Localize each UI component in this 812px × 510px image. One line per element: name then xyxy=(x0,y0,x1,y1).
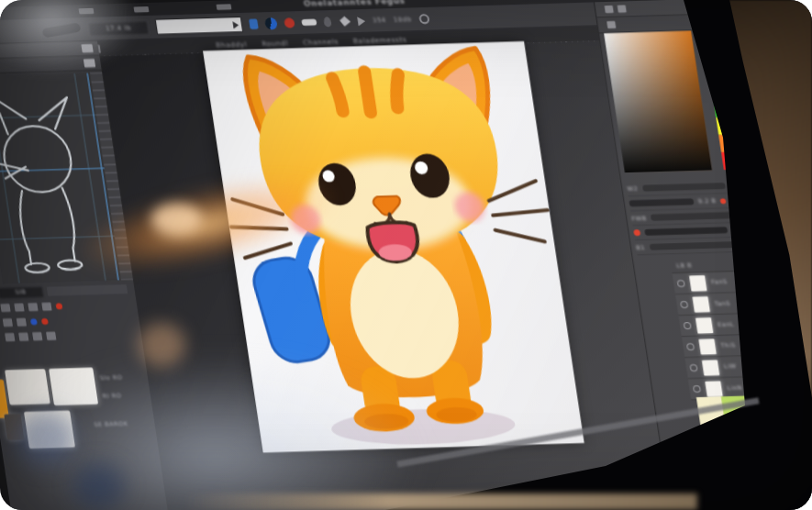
chip-icon[interactable] xyxy=(731,226,740,233)
hue-band[interactable] xyxy=(711,83,729,101)
panel-footer-icons xyxy=(718,454,810,464)
cat-stripe xyxy=(364,72,371,112)
folder-icon[interactable] xyxy=(735,456,744,463)
window-title: Onelatanntes Fegus xyxy=(303,0,406,8)
layer-thumbnail[interactable] xyxy=(698,338,717,355)
hue-band[interactable] xyxy=(708,65,727,83)
panel-header-icon[interactable] xyxy=(83,59,95,67)
zoom-value[interactable]: 354 xyxy=(372,17,386,24)
star-icon[interactable] xyxy=(46,331,56,339)
canvas-paper[interactable] xyxy=(203,41,584,453)
grid-icon[interactable] xyxy=(28,303,38,311)
color-picker-gradient[interactable] xyxy=(604,31,712,173)
swatch-palette[interactable] xyxy=(696,392,812,449)
hue-band[interactable] xyxy=(716,117,734,136)
mode-label[interactable]: 18db xyxy=(393,16,412,24)
hue-band[interactable] xyxy=(721,152,740,171)
color-wheel-icon[interactable] xyxy=(264,17,278,29)
layers-header-label: LB B xyxy=(676,262,693,270)
cat-stripe xyxy=(393,74,403,107)
panel-label[interactable]: SIB xyxy=(0,286,43,297)
brush-preset-dropdown[interactable]: 17.4 lb xyxy=(87,20,150,37)
status-dot-blue xyxy=(30,318,38,325)
droplet-icon[interactable] xyxy=(323,17,332,27)
swatch[interactable] xyxy=(49,368,98,405)
swatch-row-label: RI RO xyxy=(102,393,122,401)
layer-name: FanS xyxy=(711,279,729,287)
status-dot-red xyxy=(55,303,62,309)
refresh-icon[interactable] xyxy=(418,14,430,24)
record-dot[interactable] xyxy=(633,229,640,236)
flag-icon[interactable] xyxy=(41,302,51,310)
prop-label: W2 xyxy=(627,185,639,193)
blue-chip-icon[interactable] xyxy=(757,226,766,233)
status-dot-red xyxy=(720,198,727,204)
visibility-eye-icon[interactable] xyxy=(684,322,692,329)
swatch[interactable] xyxy=(5,369,50,405)
properties-panel: W2 9.2 B FWB B1 xyxy=(627,175,812,255)
prop-slider[interactable] xyxy=(651,212,734,221)
blue-chip-icon[interactable] xyxy=(729,182,739,189)
prop-slider[interactable] xyxy=(642,183,726,192)
layers-panel: LB B2 B FanS TanS xyxy=(670,253,812,400)
gradient-icon[interactable] xyxy=(18,332,28,340)
swatch[interactable] xyxy=(24,411,75,449)
layer-name: EanL xyxy=(717,321,735,329)
menu-item[interactable] xyxy=(79,8,95,14)
mask-icon[interactable] xyxy=(768,455,777,462)
fx-icon[interactable] xyxy=(751,455,761,462)
layer-thumbnail[interactable] xyxy=(692,296,710,313)
prop-label: FWB xyxy=(631,214,647,221)
mask-icon[interactable] xyxy=(17,317,27,326)
canvas-pasteboard[interactable] xyxy=(99,40,683,510)
layer-thumbnail[interactable] xyxy=(689,275,707,292)
shape-tool-icon[interactable] xyxy=(338,17,351,27)
chip-icon[interactable] xyxy=(738,211,747,218)
brush-tool-icon[interactable] xyxy=(41,22,82,38)
swatch-icon[interactable] xyxy=(5,333,15,341)
menu-item[interactable] xyxy=(217,4,232,9)
menu-item[interactable] xyxy=(134,6,150,12)
cat-artwork xyxy=(203,41,584,453)
visibility-eye-icon[interactable] xyxy=(693,385,701,393)
panel-header-icon[interactable] xyxy=(617,6,627,13)
prop-field[interactable] xyxy=(629,198,695,206)
panel-header-icon[interactable] xyxy=(606,21,616,28)
new-icon[interactable] xyxy=(718,456,728,463)
trash-icon[interactable] xyxy=(784,454,794,461)
prop-slider[interactable] xyxy=(644,227,728,236)
document-icon[interactable] xyxy=(249,19,259,29)
prop-slider[interactable] xyxy=(649,240,760,250)
value-pill xyxy=(301,19,317,26)
layers-icon[interactable] xyxy=(3,318,13,327)
panel-header-icon[interactable] xyxy=(605,6,614,13)
swatch-row-label: SE BAROK xyxy=(94,420,128,428)
layer-thumbnail[interactable] xyxy=(705,381,723,397)
layer-thumbnail[interactable] xyxy=(695,317,714,334)
hue-band[interactable] xyxy=(718,135,737,153)
pattern-icon[interactable] xyxy=(32,332,42,340)
hue-band[interactable] xyxy=(714,100,732,118)
toolbar-text-input[interactable] xyxy=(155,17,244,35)
visibility-eye-icon[interactable] xyxy=(686,343,695,350)
chip-icon[interactable] xyxy=(744,226,753,233)
hue-band[interactable] xyxy=(706,48,724,66)
photo-of-monitor: Onelatanntes Fegus 17.4 lb 354 18db Bhad… xyxy=(0,0,812,510)
visibility-eye-icon[interactable] xyxy=(690,364,698,371)
layer-thumbnail[interactable] xyxy=(702,360,720,376)
hue-band[interactable] xyxy=(703,30,721,49)
swatch-row-label: Sle RO xyxy=(99,374,123,382)
visibility-eye-icon[interactable] xyxy=(680,301,688,308)
menu-icon[interactable] xyxy=(801,454,810,461)
swatch-dark[interactable] xyxy=(4,414,24,440)
move-icon[interactable] xyxy=(14,303,24,311)
record-dot-icon[interactable] xyxy=(284,17,295,28)
chip-icon[interactable] xyxy=(751,211,760,218)
history-icon[interactable] xyxy=(0,304,10,312)
play-arrow-icon[interactable] xyxy=(357,17,366,26)
status-dot-red xyxy=(41,317,49,324)
visibility-eye-icon[interactable] xyxy=(677,280,685,287)
panel-bar[interactable] xyxy=(47,284,128,296)
prop-label: 9.2 B xyxy=(697,197,717,205)
panel-header-icon[interactable] xyxy=(81,44,93,52)
